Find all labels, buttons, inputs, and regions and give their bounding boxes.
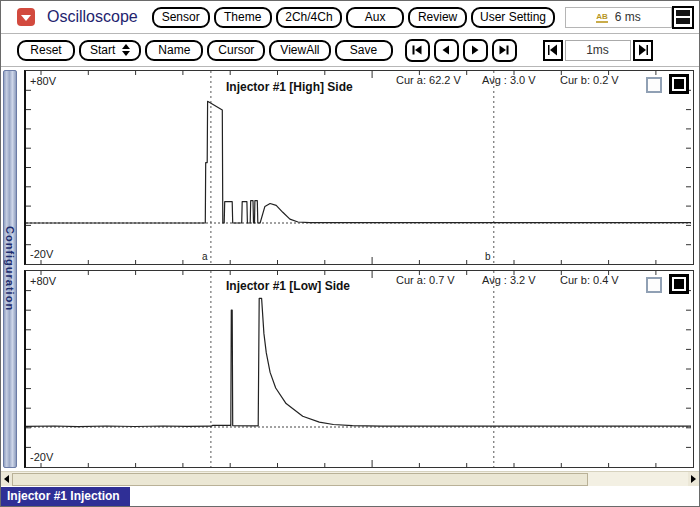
timebase-value: 1ms [565, 40, 631, 61]
cursor-b-readout: Cur b: 0.4 V [560, 274, 619, 286]
right-arrow-icon [636, 43, 650, 57]
skip-to-end-button[interactable] [492, 39, 517, 62]
reset-button[interactable]: Reset [17, 40, 75, 61]
panel-title: Injector #1 [High] Side [226, 80, 353, 94]
y-max-label: +80V [30, 75, 56, 87]
cursor-a-readout: Cur a: 0.7 V [396, 274, 455, 286]
cursor-time-value: 6 ms [615, 10, 641, 24]
y-max-label: +80V [30, 275, 56, 287]
left-arrow-icon [546, 43, 560, 57]
waveform [26, 298, 691, 426]
avg-readout: Avg : 3.2 V [482, 274, 536, 286]
stacked-panels-icon[interactable] [672, 6, 694, 29]
cursor-b-readout: Cur b: 0.2 V [560, 74, 619, 86]
red-dropdown-icon[interactable] [17, 8, 35, 26]
skip-to-start-button[interactable] [405, 39, 430, 62]
scope-panel-low[interactable]: +80V -20V Injector #1 [Low] Side Cur a: … [24, 270, 694, 468]
theme-button[interactable]: Theme [214, 7, 272, 28]
name-button[interactable]: Name [145, 40, 203, 61]
timebase-decrease-button[interactable] [543, 40, 563, 61]
cursor-button[interactable]: Cursor [207, 40, 265, 61]
title-toolbar: Oscilloscope Sensor Theme 2Ch/4Ch Aux Re… [1, 1, 699, 34]
user-setting-button[interactable]: User Setting [471, 7, 555, 28]
start-button[interactable]: Start [79, 40, 141, 61]
channel-checkbox-unchecked[interactable] [646, 77, 662, 93]
status-label: Injector #1 Injection [1, 487, 130, 506]
scrollbar-thumb[interactable] [12, 473, 588, 486]
review-button[interactable]: Review [408, 7, 467, 28]
scope-panel-high[interactable]: +80V -20V Injector #1 [High] Side Cur a:… [24, 70, 694, 265]
app-title: Oscilloscope [47, 8, 138, 26]
status-bar: Injector #1 Injection [1, 487, 699, 507]
sensor-button[interactable]: Sensor [152, 7, 210, 28]
avg-readout: Avg : 3.0 V [482, 74, 536, 86]
channel-checkbox-checked[interactable] [669, 74, 689, 94]
configuration-tab-label: Configuration [4, 226, 16, 311]
y-min-label: -20V [30, 451, 53, 463]
left-triangle-icon [4, 475, 9, 483]
cursor-a-label: a [202, 251, 208, 262]
viewall-button[interactable]: ViewAll [269, 40, 330, 61]
scroll-left-button[interactable] [1, 472, 12, 486]
ab-cursor-icon: AB [596, 12, 608, 23]
right-triangle-icon [691, 475, 696, 483]
scope-grid-high [26, 71, 691, 264]
timebase-increase-button[interactable] [633, 40, 653, 61]
cursor-a-readout: Cur a: 62.2 V [396, 74, 461, 86]
scroll-right-button[interactable] [688, 472, 699, 486]
save-button[interactable]: Save [335, 40, 393, 61]
waveform [26, 101, 691, 223]
main-area: Configuration +80V -20V Injector #1 [Hig… [1, 67, 699, 487]
step-forward-button[interactable] [463, 39, 488, 62]
step-back-button[interactable] [434, 39, 459, 62]
start-button-label: Start [90, 43, 115, 57]
timebase-control: 1ms [543, 40, 653, 61]
down-triangle-icon [21, 15, 31, 21]
channel-checkbox-unchecked[interactable] [646, 277, 662, 293]
up-down-spinner-icon [122, 44, 130, 56]
step-back-icon [439, 43, 453, 57]
aux-button[interactable]: Aux [346, 7, 404, 28]
oscilloscope-window: Oscilloscope Sensor Theme 2Ch/4Ch Aux Re… [0, 0, 700, 507]
control-toolbar: Reset Start Name Cursor ViewAll Save [1, 34, 699, 67]
skip-end-icon [497, 43, 511, 57]
channel-checkbox-checked[interactable] [669, 274, 689, 294]
channel-mode-button[interactable]: 2Ch/4Ch [276, 7, 342, 28]
configuration-tab[interactable]: Configuration [3, 70, 17, 468]
step-forward-icon [468, 43, 482, 57]
cursor-b-label: b [485, 251, 491, 262]
horizontal-scrollbar[interactable] [1, 471, 699, 486]
skip-start-icon [410, 43, 424, 57]
cursor-time-display: AB 6 ms [565, 7, 672, 28]
scope-grid-low [26, 271, 691, 467]
scrollbar-track[interactable] [588, 473, 688, 486]
plot-area: +80V -20V Injector #1 [High] Side Cur a:… [24, 70, 694, 468]
y-min-label: -20V [30, 248, 53, 260]
playback-controls [401, 39, 517, 62]
panel-title: Injector #1 [Low] Side [226, 279, 350, 293]
